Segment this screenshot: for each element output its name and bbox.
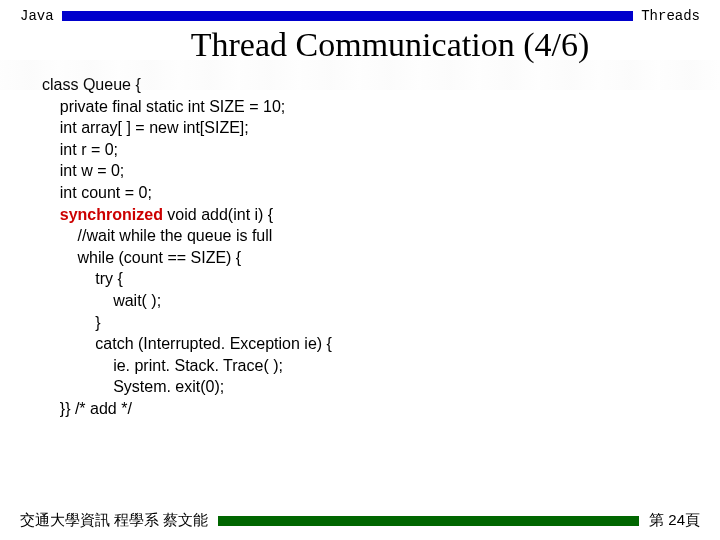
code-line: wait( ); [42,292,161,309]
code-indent [42,206,60,223]
footer-author: 交通大學資訊 程學系 蔡文能 [20,511,208,530]
code-line: int array[ ] = new int[SIZE]; [42,119,249,136]
code-line: class Queue { [42,76,141,93]
code-line: int w = 0; [42,162,124,179]
code-line: while (count == SIZE) { [42,249,241,266]
slide-footer: 交通大學資訊 程學系 蔡文能 第 24頁 [0,511,720,530]
code-line: catch (Interrupted. Exception ie) { [42,335,332,352]
keyword-synchronized: synchronized [60,206,163,223]
code-line: void add(int i) { [163,206,273,223]
code-line: private final static int SIZE = 10; [42,98,285,115]
code-line: ie. print. Stack. Trace( ); [42,357,283,374]
code-line: try { [42,270,123,287]
header-right-label: Threads [641,8,700,24]
footer-page-number: 第 24頁 [649,511,700,530]
code-line: } [42,314,101,331]
slide-header: Java Threads [0,0,720,24]
code-line: int count = 0; [42,184,152,201]
code-line: System. exit(0); [42,378,224,395]
code-line: }} /* add */ [42,400,132,417]
header-blue-bar [62,11,634,21]
footer-green-bar [218,516,639,526]
code-line: int r = 0; [42,141,118,158]
header-left-label: Java [20,8,54,24]
code-line: //wait while the queue is full [42,227,272,244]
slide-title: Thread Communication (4/6) [0,26,720,64]
code-block: class Queue { private final static int S… [0,74,720,420]
